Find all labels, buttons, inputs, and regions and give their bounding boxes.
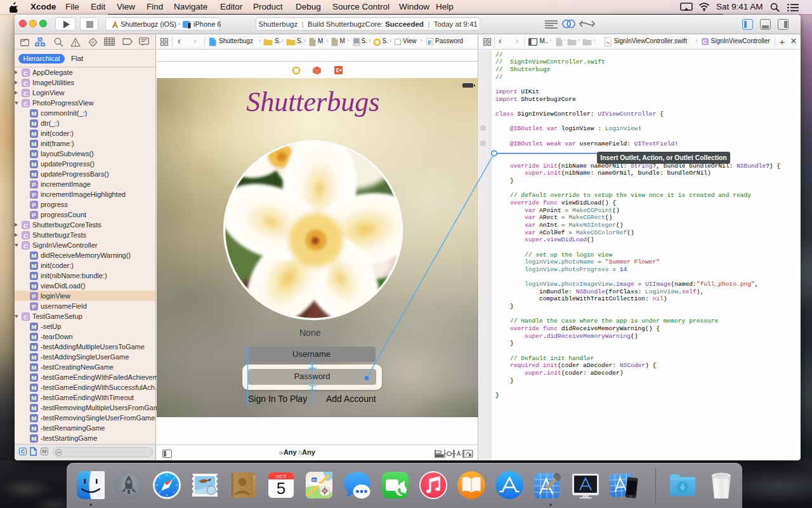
svg-text:280: 280 <box>311 478 317 482</box>
svg-text:5: 5 <box>277 479 285 498</box>
